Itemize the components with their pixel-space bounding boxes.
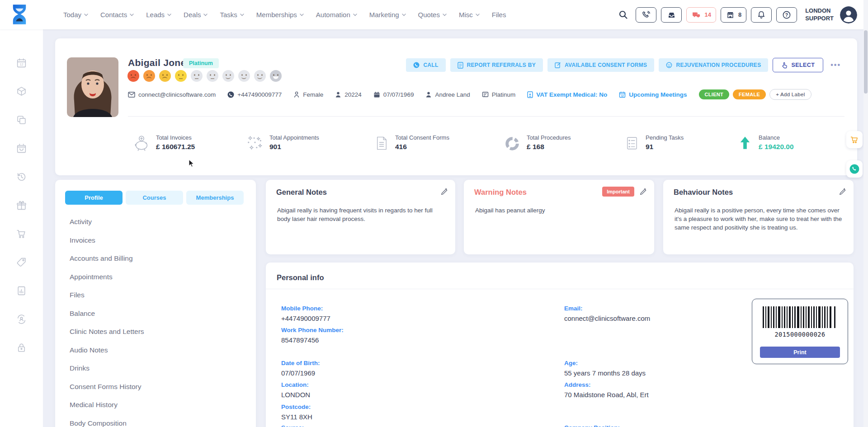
calendar-icon[interactable]: 12 — [16, 57, 27, 69]
vat-document-icon — [527, 91, 533, 98]
call-button[interactable]: CALL — [406, 58, 445, 72]
menu-item-accounts-billing[interactable]: Accounts and Billing — [70, 249, 247, 268]
menu-item-consent-history[interactable]: Consent Forms History — [70, 378, 247, 396]
nav-files[interactable]: Files — [492, 11, 506, 19]
history-icon[interactable] — [16, 171, 27, 183]
select-button[interactable]: SELECT — [773, 58, 823, 72]
app-screen: Today Contacts Leads Deals Tasks Members… — [0, 0, 868, 427]
nav-today[interactable]: Today — [63, 11, 88, 19]
menu-item-invoices[interactable]: Invoices — [70, 231, 247, 250]
stat-total-invoices: Total Invoices£ 160671.25 — [133, 134, 195, 152]
edit-pencil-icon[interactable] — [640, 188, 647, 197]
mood-unhappy-icon[interactable] — [159, 70, 171, 82]
upcoming-meetings-link[interactable]: 12 Upcoming Meetings — [619, 91, 687, 98]
rejuvenation-button[interactable]: REJUVENATION PROCEDURES — [659, 58, 768, 72]
mood-angry-icon[interactable] — [143, 70, 155, 82]
package-icon[interactable] — [16, 86, 27, 97]
edit-pencil-icon[interactable] — [839, 188, 846, 197]
mood-gray-2-icon[interactable] — [207, 70, 218, 82]
lock-icon[interactable] — [16, 342, 27, 353]
chat-icon — [691, 10, 701, 19]
nav-misc[interactable]: Misc — [459, 11, 480, 19]
svg-text:12: 12 — [621, 94, 624, 97]
client-dob: 07/07/1969 — [373, 91, 414, 98]
consent-forms-button[interactable]: AVAILABLE CONSENT FORMS — [547, 58, 654, 72]
gift-icon[interactable] — [16, 200, 27, 211]
donut-chart-icon — [504, 134, 521, 152]
label-female[interactable]: FEMALE — [733, 89, 766, 99]
add-label-button[interactable]: + Add Label — [769, 89, 811, 100]
vat-exempt-link[interactable]: VAT Exempt Medical: No — [527, 91, 607, 98]
menu-item-drinks[interactable]: Drinks — [70, 359, 247, 378]
menu-item-files[interactable]: Files — [70, 286, 247, 305]
more-options-button[interactable]: ••• — [828, 61, 844, 69]
warning-notes-body: Abigail has peanut allergy — [475, 206, 638, 215]
nav-leads[interactable]: Leads — [146, 11, 171, 19]
menu-item-activity[interactable]: Activity — [70, 213, 247, 231]
behaviour-notes-body: Abigail really is a positive person, eve… — [675, 206, 845, 232]
mood-neutral-icon[interactable] — [175, 70, 187, 82]
chat-button[interactable]: 14 — [686, 7, 716, 23]
chevron-down-icon — [130, 14, 134, 16]
topbar-actions: 14 8 ? LONDON SUPPORT — [618, 0, 857, 29]
menu-item-audio-notes[interactable]: Audio Notes — [70, 341, 247, 360]
copy-icon[interactable] — [16, 114, 27, 126]
nav-automation[interactable]: Automation — [316, 11, 357, 19]
page-scrollbar — [863, 0, 868, 427]
cart-icon — [850, 135, 859, 144]
mood-gray-1-icon[interactable] — [191, 70, 203, 82]
personal-info-divider — [266, 289, 854, 289]
floating-whatsapp-button[interactable] — [846, 160, 863, 178]
menu-item-balance[interactable]: Balance — [70, 305, 247, 323]
label-client[interactable]: CLIENT — [699, 89, 730, 99]
inbox-button[interactable] — [661, 7, 682, 23]
price-tag-icon[interactable] — [16, 257, 27, 268]
tab-courses[interactable]: Courses — [126, 191, 183, 205]
nav-marketing[interactable]: Marketing — [369, 11, 406, 19]
personal-info-title: Personal info — [277, 273, 324, 282]
dialer-button[interactable] — [636, 7, 656, 23]
client-phone[interactable]: +447490009777 — [227, 91, 282, 98]
client-email[interactable]: connect@clinicsoftware.com — [128, 91, 216, 98]
cart-icon[interactable] — [16, 228, 27, 239]
mood-gray-3-icon[interactable] — [222, 70, 234, 82]
top-bar: Today Contacts Leads Deals Tasks Members… — [0, 0, 868, 29]
calendar-import-icon[interactable] — [16, 143, 27, 154]
main-nav: Today Contacts Leads Deals Tasks Members… — [63, 0, 506, 29]
search-icon[interactable] — [618, 10, 628, 20]
edit-pencil-icon[interactable] — [441, 188, 448, 197]
gender-icon — [293, 91, 300, 98]
field-date-of-birth: Date of Birth: 07/07/1969 — [281, 360, 320, 377]
client-name: Abigail Jones — [128, 57, 191, 68]
edit-square-icon — [555, 62, 561, 68]
menu-item-body-composition[interactable]: Body Composition — [70, 414, 247, 427]
tab-memberships[interactable]: Memberships — [186, 191, 244, 205]
floating-cart-button[interactable] — [846, 131, 863, 148]
report-referrals-button[interactable]: REPORT REFERRALS BY — [450, 58, 543, 72]
client-sync-icon[interactable] — [16, 314, 27, 325]
mood-gray-4-icon[interactable] — [238, 70, 250, 82]
store-button[interactable]: 8 — [721, 7, 746, 23]
nav-quotes[interactable]: Quotes — [418, 11, 447, 19]
menu-item-appointments[interactable]: Appointments — [70, 268, 247, 286]
notifications-button[interactable] — [751, 7, 772, 23]
mood-great-icon[interactable] — [270, 70, 282, 82]
client-labels: CLIENT FEMALE + Add Label — [699, 89, 811, 100]
report-icon[interactable] — [16, 285, 27, 296]
help-button[interactable]: ? — [776, 7, 797, 23]
print-button[interactable]: Print — [760, 347, 840, 358]
chevron-down-icon — [443, 14, 447, 16]
tab-profile[interactable]: Profile — [65, 191, 123, 205]
menu-item-clinic-notes[interactable]: Clinic Notes and Letters — [70, 323, 247, 341]
mood-very-angry-icon[interactable] — [127, 70, 139, 82]
mood-gray-5-icon[interactable] — [254, 70, 266, 82]
scrollbar-thumb[interactable] — [864, 30, 868, 94]
brand-logo[interactable] — [11, 4, 28, 25]
chat-count-badge: 14 — [704, 11, 711, 18]
nav-contacts[interactable]: Contacts — [100, 11, 134, 19]
nav-tasks[interactable]: Tasks — [220, 11, 244, 19]
user-avatar-icon[interactable] — [840, 6, 857, 23]
nav-memberships[interactable]: Memberships — [256, 11, 304, 19]
nav-deals[interactable]: Deals — [184, 11, 208, 19]
menu-item-medical-history[interactable]: Medical History — [70, 396, 247, 414]
